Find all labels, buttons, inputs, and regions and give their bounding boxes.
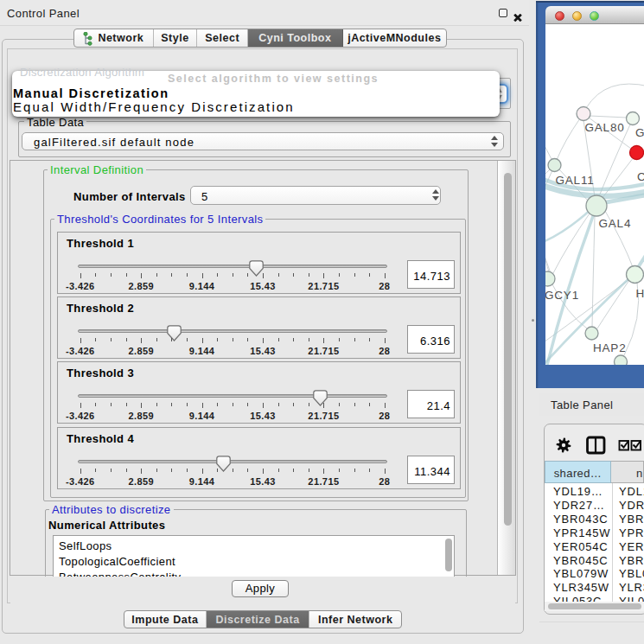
svg-text:GAL80: GAL80 <box>585 121 625 134</box>
svg-text:H: H <box>636 287 644 300</box>
svg-text:GCY1: GCY1 <box>545 289 579 302</box>
svg-text:HAP2: HAP2 <box>593 341 626 354</box>
svg-text:C: C <box>637 170 644 183</box>
svg-text:GAL4: GAL4 <box>599 217 632 230</box>
svg-text:G: G <box>635 126 644 139</box>
svg-text:GAL11: GAL11 <box>556 174 595 187</box>
